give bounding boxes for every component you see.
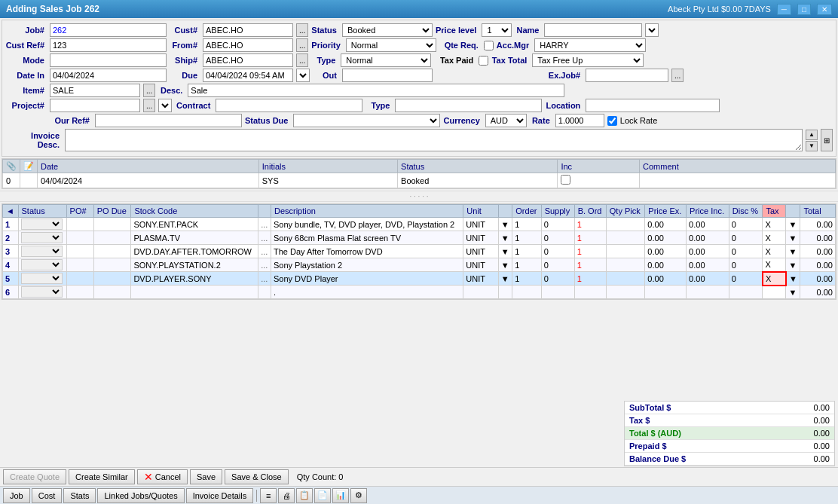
line-tax-arrow[interactable]: ▼ xyxy=(786,231,800,245)
invoice-desc-input[interactable] xyxy=(65,129,803,151)
tab-invoice-details[interactable]: Invoice Details xyxy=(186,488,254,503)
date-in-input[interactable] xyxy=(50,69,167,82)
name-select[interactable] xyxy=(645,23,659,37)
cust-ref-input[interactable] xyxy=(50,38,167,52)
log-inc-checkbox[interactable] xyxy=(561,175,570,185)
status-select[interactable]: Booked xyxy=(342,23,433,37)
restore-button[interactable]: □ xyxy=(797,4,811,15)
bottom-toolbar: Create Quote Create Similar ✕ Cancel Sav… xyxy=(0,467,838,485)
cancel-button[interactable]: ✕ Cancel xyxy=(137,469,188,484)
mode-input[interactable] xyxy=(50,53,167,67)
lock-rate-checkbox[interactable] xyxy=(607,116,617,126)
project-dots[interactable]: ... xyxy=(143,99,155,112)
line-status[interactable] xyxy=(18,258,66,272)
tab-icon-6[interactable]: ⚙ xyxy=(350,488,367,503)
line-status[interactable] xyxy=(18,231,66,245)
from-dots-button[interactable]: ... xyxy=(296,38,308,52)
status-dropdown-3[interactable] xyxy=(21,259,63,270)
job-input[interactable] xyxy=(50,23,167,37)
line-dots[interactable]: ... xyxy=(258,272,271,286)
log-inc[interactable] xyxy=(558,173,640,188)
line-tax-arrow[interactable]: ▼ xyxy=(786,218,800,231)
line-b-ord: 1 xyxy=(574,218,606,231)
project-input[interactable] xyxy=(50,99,140,112)
item-dots[interactable]: ... xyxy=(143,84,155,97)
our-ref-input[interactable] xyxy=(95,114,242,127)
status-dropdown-5[interactable] xyxy=(21,286,63,298)
type-select[interactable]: Normal xyxy=(341,53,431,67)
line-dots[interactable]: ... xyxy=(258,218,271,231)
location-input[interactable] xyxy=(586,99,720,112)
save-button[interactable]: Save xyxy=(190,469,222,484)
currency-select[interactable]: AUD xyxy=(485,114,527,127)
rate-input[interactable] xyxy=(555,114,604,127)
ship-input[interactable] xyxy=(203,53,293,67)
line-dots[interactable] xyxy=(258,286,271,299)
ex-job-input[interactable] xyxy=(586,69,668,82)
project-select[interactable] xyxy=(158,99,172,112)
item-input[interactable] xyxy=(50,84,140,97)
status-dropdown-2[interactable] xyxy=(21,246,63,257)
desc-input[interactable] xyxy=(188,84,564,97)
scroll-down-button[interactable]: ▼ xyxy=(806,141,818,151)
tab-icon-1[interactable]: ≡ xyxy=(260,488,277,503)
line-dots[interactable]: ... xyxy=(258,258,271,272)
ship-dots-button[interactable]: ... xyxy=(296,53,308,67)
tab-icon-3[interactable]: 📋 xyxy=(296,488,313,503)
qte-req-checkbox[interactable] xyxy=(484,41,494,50)
tab-stats[interactable]: Stats xyxy=(63,488,96,503)
due-select[interactable] xyxy=(296,69,310,82)
line-unit-arrow[interactable] xyxy=(498,286,512,299)
ex-job-dots[interactable]: ... xyxy=(671,69,684,82)
line-dots[interactable]: ... xyxy=(258,245,271,258)
line-unit-arrow[interactable]: ▼ xyxy=(498,231,512,245)
status-dropdown-4[interactable] xyxy=(21,273,63,284)
name-input[interactable] xyxy=(544,23,642,37)
line-tax-arrow[interactable]: ▼ xyxy=(786,258,800,272)
line-status[interactable] xyxy=(18,272,66,286)
scroll-up-button[interactable]: ▲ xyxy=(806,130,818,140)
create-quote-button[interactable]: Create Quote xyxy=(3,469,66,484)
tab-linked-jobs[interactable]: Linked Jobs/Quotes xyxy=(97,488,184,503)
cust-dots-button[interactable]: ... xyxy=(296,23,308,37)
type2-input[interactable] xyxy=(395,99,542,112)
due-input[interactable] xyxy=(203,69,293,82)
line-tax-arrow[interactable]: ▼ xyxy=(786,272,800,286)
line-unit-arrow[interactable]: ▼ xyxy=(498,218,512,231)
cust-input[interactable] xyxy=(203,23,293,37)
line-unit-arrow[interactable]: ▼ xyxy=(498,245,512,258)
line-unit xyxy=(463,286,498,299)
line-item-row: 1 SONY.ENT.PACK ... Sony bundle, TV, DVD… xyxy=(3,218,836,231)
price-level-select[interactable]: 1 xyxy=(482,23,512,37)
tab-cost[interactable]: Cost xyxy=(32,488,63,503)
close-button[interactable]: ✕ xyxy=(817,4,832,15)
save-close-button[interactable]: Save & Close xyxy=(225,469,289,484)
minimize-button[interactable]: ─ xyxy=(777,4,791,15)
line-status[interactable] xyxy=(18,245,66,258)
tax-total-select[interactable]: Tax Free Up xyxy=(532,53,644,67)
line-tax-arrow[interactable]: ▼ xyxy=(786,245,800,258)
tab-job[interactable]: Job xyxy=(3,488,30,503)
line-dots[interactable]: ... xyxy=(258,231,271,245)
tab-icon-5[interactable]: 📊 xyxy=(332,488,349,503)
from-input[interactable] xyxy=(203,38,293,52)
line-status[interactable] xyxy=(18,218,66,231)
line-tax-arrow[interactable]: ▼ xyxy=(786,286,800,299)
tab-icon-2[interactable]: 🖨 xyxy=(278,488,295,503)
status-dropdown-0[interactable] xyxy=(21,218,63,230)
line-unit-arrow[interactable]: ▼ xyxy=(498,272,512,286)
status-due-select[interactable] xyxy=(293,114,440,127)
acc-mgr-select[interactable]: HARRY xyxy=(534,38,646,52)
priority-select[interactable]: Normal xyxy=(346,38,436,52)
line-item-row: 2 PLASMA.TV ... Sony 68cm Plasma Flat sc… xyxy=(3,231,836,245)
invoice-desc-dots[interactable]: ⊞ xyxy=(821,129,833,151)
contract-input[interactable] xyxy=(216,99,362,112)
create-similar-button[interactable]: Create Similar xyxy=(69,469,135,484)
out-input[interactable] xyxy=(342,69,433,82)
status-dropdown-1[interactable] xyxy=(21,232,63,243)
line-status[interactable] xyxy=(18,286,66,299)
resizer[interactable]: · · · · · xyxy=(0,191,838,202)
tab-icon-4[interactable]: 📄 xyxy=(314,488,331,503)
tax-paid-checkbox[interactable] xyxy=(479,56,488,66)
line-unit-arrow[interactable]: ▼ xyxy=(498,258,512,272)
